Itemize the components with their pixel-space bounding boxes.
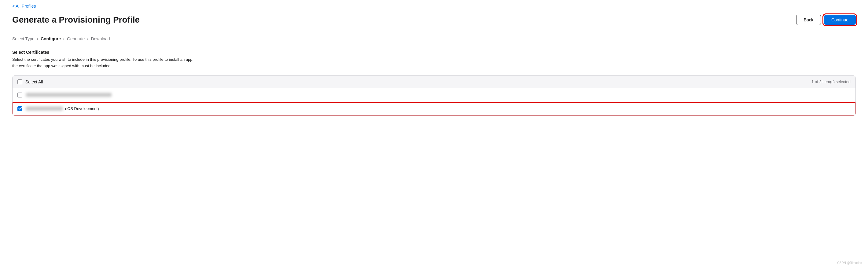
cert-checkbox-2[interactable] [18, 106, 22, 111]
section-description: Select the certificates you wish to incl… [12, 57, 226, 69]
back-nav: < All Profiles [12, 0, 856, 11]
cert-checkbox-1[interactable] [18, 93, 22, 97]
cert-row-2: (iOS Development) [12, 102, 856, 115]
breadcrumb-download: Download [91, 36, 110, 41]
page-header: Generate a Provisioning Profile Back Con… [12, 11, 856, 30]
continue-button[interactable]: Continue [824, 15, 856, 25]
chevron-icon-2: › [63, 37, 64, 41]
cert-row-1 [12, 88, 856, 102]
breadcrumb-configure: Configure [41, 36, 61, 41]
cert-name-1 [26, 93, 112, 97]
header-actions: Back Continue [796, 15, 856, 25]
cert-name-2: (iOS Development) [26, 106, 99, 111]
cert-type-label-2: (iOS Development) [65, 106, 99, 111]
section-desc-line1: Select the certificates you wish to incl… [12, 57, 193, 62]
section-title: Select Certificates [12, 50, 856, 55]
selection-count: 1 of 2 item(s) selected [811, 79, 850, 84]
cert-blurred-text-2 [26, 107, 63, 110]
cert-blurred-text-1 [26, 93, 112, 97]
cert-table-header-left: Select All [18, 79, 43, 84]
cert-table-header: Select All 1 of 2 item(s) selected [12, 76, 856, 88]
chevron-icon-1: › [37, 37, 38, 41]
page-container: < All Profiles Generate a Provisioning P… [0, 0, 868, 267]
page-title: Generate a Provisioning Profile [12, 15, 140, 25]
section-desc-line2: the certificate the app was signed with … [12, 64, 112, 68]
breadcrumb-generate: Generate [67, 36, 85, 41]
select-all-checkbox[interactable] [18, 79, 22, 84]
watermark: CSDN @Rimodoc [837, 261, 862, 265]
select-all-label: Select All [25, 79, 43, 84]
breadcrumb-select-type: Select Type [12, 36, 34, 41]
header-divider [12, 30, 856, 30]
chevron-icon-3: › [87, 37, 88, 41]
cert-table: Select All 1 of 2 item(s) selected (iOS … [12, 75, 856, 116]
breadcrumb: Select Type › Configure › Generate › Dow… [12, 36, 856, 41]
back-button[interactable]: Back [796, 15, 821, 25]
all-profiles-link[interactable]: < All Profiles [12, 4, 36, 8]
